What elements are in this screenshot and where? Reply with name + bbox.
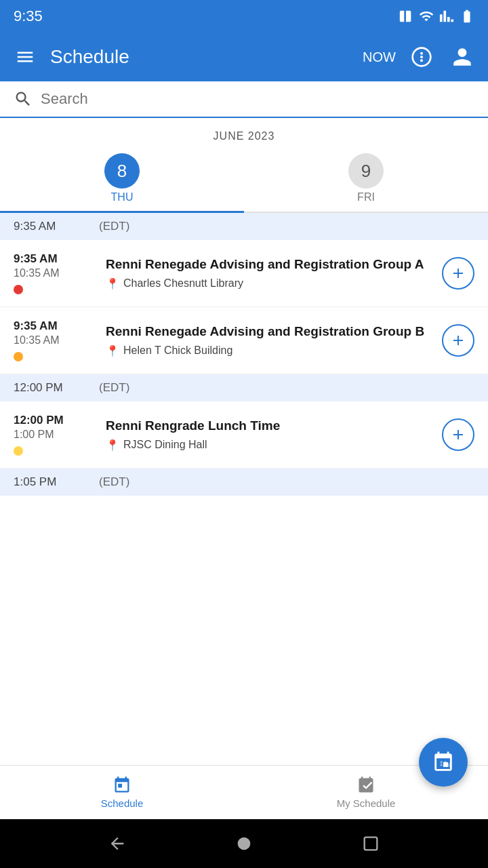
back-button[interactable] bbox=[108, 834, 127, 853]
time-header-1200-tz: (EDT) bbox=[99, 381, 129, 395]
time-header-1200: 12:00 PM (EDT) bbox=[0, 374, 488, 401]
time-header-935: 9:35 AM (EDT) bbox=[0, 213, 488, 240]
profile-button[interactable] bbox=[447, 42, 477, 72]
event-time-lunch: 12:00 PM 1:00 PM bbox=[14, 414, 95, 456]
profile-icon bbox=[451, 46, 473, 68]
event-time-group-b: 9:35 AM 10:35 AM bbox=[14, 319, 95, 361]
location-icon-lunch: 📍 bbox=[106, 439, 119, 452]
svg-point-3 bbox=[420, 59, 423, 62]
system-nav-bar bbox=[0, 819, 488, 868]
status-time: 9:35 bbox=[14, 7, 43, 25]
event-start-group-a: 9:35 AM bbox=[14, 252, 58, 266]
svg-point-4 bbox=[238, 837, 251, 850]
event-start-group-b: 9:35 AM bbox=[14, 319, 58, 333]
my-schedule-nav-icon bbox=[357, 776, 375, 795]
day-num-9: 9 bbox=[348, 153, 384, 189]
month-label: JUNE 2023 bbox=[0, 118, 488, 148]
back-icon bbox=[108, 834, 127, 853]
event-end-group-b: 10:35 AM bbox=[14, 334, 60, 347]
bottom-nav: Schedule My Schedule bbox=[0, 765, 488, 819]
day-tabs: 8 THU 9 FRI bbox=[0, 148, 488, 213]
schedule-content: 9:35 AM (EDT) 9:35 AM 10:35 AM Renni Ren… bbox=[0, 213, 488, 765]
time-header-935-tz: (EDT) bbox=[99, 220, 129, 233]
now-button[interactable]: NOW bbox=[363, 50, 396, 65]
event-info-lunch: Renni Rengrade Lunch Time 📍 RJSC Dining … bbox=[106, 418, 431, 452]
event-start-lunch: 12:00 PM bbox=[14, 414, 64, 427]
plus-icon-group-a bbox=[450, 265, 466, 281]
wifi-icon bbox=[419, 9, 434, 24]
event-row-group-a: 9:35 AM 10:35 AM Renni Renegade Advising… bbox=[0, 240, 488, 307]
plus-icon-lunch bbox=[450, 427, 466, 443]
nav-schedule-label: Schedule bbox=[101, 797, 144, 809]
event-time-group-a: 9:35 AM 10:35 AM bbox=[14, 252, 95, 294]
day-num-8: 8 bbox=[104, 153, 140, 189]
event-info-group-b: Renni Renegade Advising and Registration… bbox=[106, 323, 431, 357]
status-icons bbox=[399, 9, 474, 24]
location-icon-group-b: 📍 bbox=[106, 344, 119, 357]
fab-add-schedule-button[interactable] bbox=[419, 738, 468, 787]
search-input[interactable] bbox=[41, 90, 474, 108]
toolbar: Schedule NOW bbox=[0, 33, 488, 81]
event-end-lunch: 1:00 PM bbox=[14, 429, 54, 441]
event-row-group-b: 9:35 AM 10:35 AM Renni Renegade Advising… bbox=[0, 307, 488, 374]
search-bar bbox=[0, 81, 488, 118]
event-location-text-lunch: RJSC Dining Hall bbox=[123, 439, 207, 451]
time-header-105: 1:05 PM (EDT) bbox=[0, 469, 488, 496]
sim-icon bbox=[399, 9, 413, 24]
event-title-group-b: Renni Renegade Advising and Registration… bbox=[106, 323, 431, 340]
day-name-fri: FRI bbox=[357, 191, 375, 203]
day-tab-fri[interactable]: 9 FRI bbox=[244, 148, 488, 212]
filter-icon bbox=[411, 46, 432, 68]
time-header-105-tz: (EDT) bbox=[99, 475, 129, 489]
event-location-lunch: 📍 RJSC Dining Hall bbox=[106, 439, 431, 452]
event-dot-group-a bbox=[14, 285, 23, 294]
event-location-group-b: 📍 Helen T Chick Building bbox=[106, 344, 431, 357]
time-header-935-time: 9:35 AM bbox=[14, 220, 88, 233]
signal-icon bbox=[439, 9, 454, 24]
event-title-lunch: Renni Rengrade Lunch Time bbox=[106, 418, 431, 435]
svg-point-2 bbox=[420, 56, 423, 58]
add-button-lunch[interactable] bbox=[442, 418, 474, 451]
add-button-group-b[interactable] bbox=[442, 324, 474, 357]
battery-icon bbox=[460, 9, 474, 24]
home-button[interactable] bbox=[235, 834, 253, 853]
svg-rect-5 bbox=[364, 837, 377, 850]
plus-icon-group-b bbox=[450, 332, 466, 349]
event-end-group-a: 10:35 AM bbox=[14, 267, 60, 279]
nav-my-schedule-label: My Schedule bbox=[337, 797, 396, 809]
location-icon-group-a: 📍 bbox=[106, 277, 119, 290]
event-dot-group-b bbox=[14, 352, 23, 361]
schedule-nav-icon bbox=[113, 776, 131, 795]
menu-button[interactable] bbox=[11, 43, 39, 71]
day-name-thu: THU bbox=[111, 191, 134, 203]
status-bar: 9:35 bbox=[0, 0, 488, 33]
day-tab-thu[interactable]: 8 THU bbox=[0, 148, 244, 212]
filter-button[interactable] bbox=[407, 42, 436, 72]
event-dot-lunch bbox=[14, 446, 23, 456]
recents-icon bbox=[361, 834, 380, 853]
home-icon bbox=[235, 834, 253, 853]
event-location-group-a: 📍 Charles Chesnutt Library bbox=[106, 277, 431, 290]
add-button-group-a[interactable] bbox=[442, 257, 474, 290]
time-header-105-time: 1:05 PM bbox=[14, 475, 88, 489]
toolbar-title: Schedule bbox=[50, 46, 352, 68]
search-icon bbox=[14, 90, 33, 108]
event-row-lunch: 12:00 PM 1:00 PM Renni Rengrade Lunch Ti… bbox=[0, 401, 488, 469]
event-location-text-group-b: Helen T Chick Building bbox=[123, 344, 232, 357]
nav-schedule[interactable]: Schedule bbox=[0, 766, 244, 819]
time-header-1200-time: 12:00 PM bbox=[14, 381, 88, 395]
fab-calendar-add-icon bbox=[432, 751, 455, 774]
menu-icon bbox=[15, 47, 35, 67]
event-location-text-group-a: Charles Chesnutt Library bbox=[123, 277, 243, 290]
svg-point-1 bbox=[420, 52, 423, 55]
event-title-group-a: Renni Renegade Advising and Registration… bbox=[106, 256, 431, 273]
recents-button[interactable] bbox=[361, 834, 380, 853]
event-info-group-a: Renni Renegade Advising and Registration… bbox=[106, 256, 431, 290]
